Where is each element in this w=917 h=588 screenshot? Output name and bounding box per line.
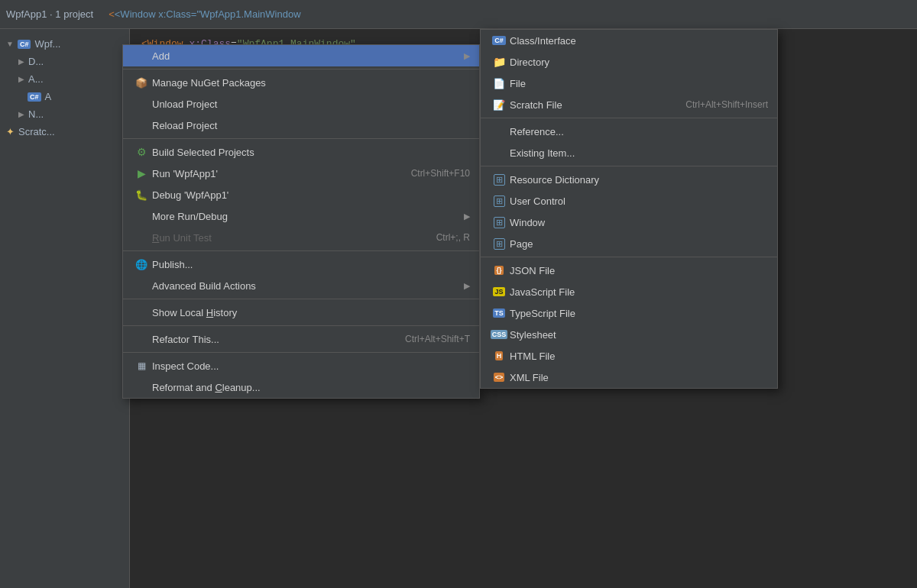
wpf-glyph2: ⊞ xyxy=(494,195,505,207)
sidebar-item-scratch[interactable]: ✦ Scratc... xyxy=(0,123,129,141)
menu-label-directory: Directory xyxy=(510,57,768,68)
expand-arrow: ▶ xyxy=(18,75,24,83)
scratch-shortcut: Ctrl+Alt+Shift+Insert xyxy=(685,99,768,110)
menu-label-debug: Debug 'WpfApp1' xyxy=(152,189,470,201)
menu-label-xml-file: XML File xyxy=(510,372,768,383)
menu-item-window[interactable]: ⊞ Window xyxy=(481,212,777,233)
menu-item-unload[interactable]: Unload Project xyxy=(123,93,479,115)
menu-label-run-unit: Run Unit Test xyxy=(152,232,421,244)
menu-item-js-file[interactable]: JS JavaScript File xyxy=(481,281,777,302)
menu-label-nuget: Manage NuGet Packages xyxy=(152,77,470,89)
sidebar-item-n[interactable]: ▶ N... xyxy=(0,105,129,123)
json-glyph: {} xyxy=(494,266,503,275)
menu-item-directory[interactable]: 📁 Directory xyxy=(481,51,777,73)
menu-label-inspect: Inspect Code... xyxy=(152,360,470,372)
menu-item-reload[interactable]: Reload Project xyxy=(123,115,479,136)
menu-item-html-file[interactable]: H HTML File xyxy=(481,345,777,367)
menu-item-publish[interactable]: 🌐 Publish... xyxy=(123,254,479,275)
menu-item-reformat[interactable]: Reformat and Cleanup... xyxy=(123,376,479,398)
menu-item-json-file[interactable]: {} JSON File xyxy=(481,260,777,281)
menu-item-build[interactable]: ⚙ Build Selected Projects xyxy=(123,141,479,163)
scratch-glyph: 📝 xyxy=(493,99,505,111)
right-separator-1 xyxy=(481,118,777,118)
menu-label-json-file: JSON File xyxy=(510,265,768,276)
js-glyph: JS xyxy=(493,287,504,296)
menu-item-refactor[interactable]: Refactor This... Ctrl+Alt+Shift+T xyxy=(123,328,479,350)
wpf-usercontrol-icon: ⊞ xyxy=(488,195,510,207)
menu-label-refactor: Refactor This... xyxy=(152,334,390,345)
sidebar-item-csharp[interactable]: C# A xyxy=(0,88,129,105)
css-glyph: CSS xyxy=(491,330,508,339)
html-glyph: H xyxy=(495,351,504,360)
top-bar: WpfApp1 · 1 project <<Window x:Class="Wp… xyxy=(0,0,917,29)
menu-item-more-run[interactable]: More Run/Debug ▶ xyxy=(123,205,479,227)
menu-label-file: File xyxy=(510,78,768,89)
separator-3 xyxy=(123,250,479,251)
wpf-page-icon: ⊞ xyxy=(488,238,510,250)
expand-arrow: ▶ xyxy=(18,110,24,118)
menu-label-history: Show Local History xyxy=(152,307,470,318)
menu-item-existing-item[interactable]: Existing Item... xyxy=(481,142,777,163)
sidebar-item-wpfapp1[interactable]: ▼ C# Wpf... xyxy=(0,35,129,53)
menu-item-reference[interactable]: Reference... xyxy=(481,121,777,142)
wpf-window-icon: ⊞ xyxy=(488,217,510,228)
wpf-glyph: ⊞ xyxy=(494,174,505,186)
menu-label-advanced: Advanced Build Actions xyxy=(152,280,458,292)
run-unit-shortcut: Ctrl+;, R xyxy=(436,232,470,243)
debug-icon: 🐛 xyxy=(131,189,152,201)
separator-1 xyxy=(123,69,479,69)
right-separator-2 xyxy=(481,166,777,166)
menu-item-run[interactable]: ▶ Run 'WpfApp1' Ctrl+Shift+F10 xyxy=(123,163,479,184)
menu-label-stylesheet: Stylesheet xyxy=(510,329,768,341)
menu-item-file[interactable]: 📄 File xyxy=(481,73,777,94)
sidebar-label: A xyxy=(45,91,52,102)
cs-class-icon: C# xyxy=(488,36,510,45)
submenu-arrow: ▶ xyxy=(464,51,470,61)
sidebar-label: D... xyxy=(28,56,44,67)
xml-icon: <> xyxy=(488,373,510,382)
menu-item-debug[interactable]: 🐛 Debug 'WpfApp1' xyxy=(123,184,479,205)
sidebar-label: Scratc... xyxy=(18,126,55,137)
menu-label-js-file: JavaScript File xyxy=(510,286,768,298)
sidebar: ▼ C# Wpf... ▶ D... ▶ A... C# A ▶ N... ✦ … xyxy=(0,29,130,588)
menu-label-reload: Reload Project xyxy=(152,120,470,131)
nuget-icon: 📦 xyxy=(131,77,152,89)
scratch-file-icon: 📝 xyxy=(488,99,510,111)
menu-item-user-control[interactable]: ⊞ User Control xyxy=(481,190,777,212)
menu-label-reformat: Reformat and Cleanup... xyxy=(152,382,470,393)
cs-badge: C# xyxy=(28,92,41,102)
publish-icon: 🌐 xyxy=(131,259,152,270)
menu-item-resource-dict[interactable]: ⊞ Resource Dictionary xyxy=(481,169,777,190)
expand-arrow: ▶ xyxy=(18,57,24,66)
menu-label-existing-item: Existing Item... xyxy=(510,147,768,159)
menu-label-ts-file: TypeScript File xyxy=(510,308,768,319)
context-menu-right: C# Class/Interface 📁 Directory 📄 File 📝 … xyxy=(480,29,778,389)
cs-badge: C# xyxy=(492,36,506,45)
sidebar-label: N... xyxy=(28,108,44,120)
wpf-glyph4: ⊞ xyxy=(494,238,505,250)
menu-item-add[interactable]: Add ▶ xyxy=(123,45,479,66)
menu-item-class-interface[interactable]: C# Class/Interface xyxy=(481,30,777,51)
menu-item-xml-file[interactable]: <> XML File xyxy=(481,367,777,388)
menu-item-page[interactable]: ⊞ Page xyxy=(481,233,777,254)
sidebar-item-app[interactable]: ▶ A... xyxy=(0,70,129,88)
xml-glyph: <> xyxy=(494,373,505,382)
menu-item-nuget[interactable]: 📦 Manage NuGet Packages xyxy=(123,72,479,93)
ts-glyph: TS xyxy=(493,309,505,318)
json-icon: {} xyxy=(488,266,510,275)
menu-label-page: Page xyxy=(510,238,768,250)
menu-label-html-file: HTML File xyxy=(510,351,768,362)
code-preview: <<Window x:Class="WpfApp1.MainWindow xyxy=(109,8,300,20)
menu-item-history[interactable]: Show Local History xyxy=(123,302,479,323)
menu-item-advanced[interactable]: Advanced Build Actions ▶ xyxy=(123,275,479,296)
menu-item-inspect[interactable]: ▦ Inspect Code... xyxy=(123,355,479,376)
right-separator-3 xyxy=(481,257,777,257)
code-text: <Window x:Class="WpfApp1.MainWindow xyxy=(115,8,301,20)
menu-label-run: Run 'WpfApp1' xyxy=(152,168,396,179)
wpf-glyph3: ⊞ xyxy=(494,217,505,228)
folder-icon: 📁 xyxy=(488,56,510,68)
menu-item-stylesheet[interactable]: CSS Stylesheet xyxy=(481,324,777,345)
menu-item-ts-file[interactable]: TS TypeScript File xyxy=(481,302,777,324)
menu-item-scratch-file[interactable]: 📝 Scratch File Ctrl+Alt+Shift+Insert xyxy=(481,94,777,115)
sidebar-item-dep[interactable]: ▶ D... xyxy=(0,53,129,70)
